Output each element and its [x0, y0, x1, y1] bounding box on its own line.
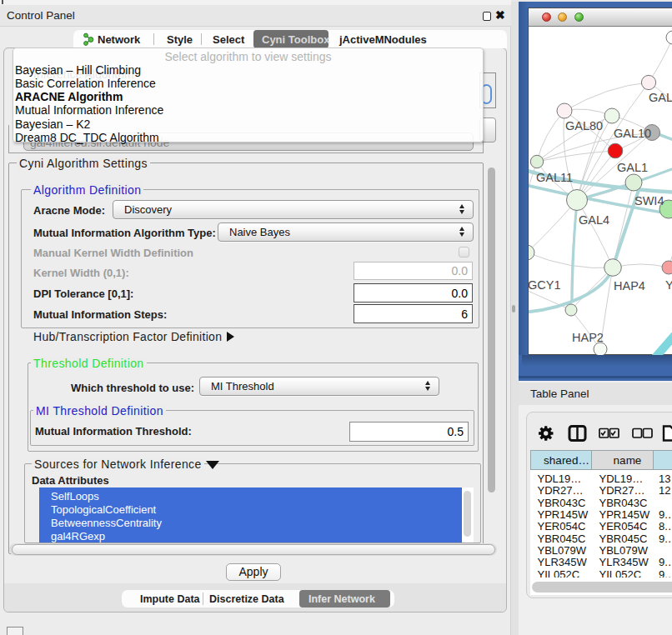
svg-text:Y: Y	[665, 278, 672, 292]
svg-text:GCY1: GCY1	[529, 278, 561, 292]
svg-text:GAL2: GAL2	[649, 91, 672, 104]
svg-text:GAL11: GAL11	[536, 171, 573, 184]
svg-text:HAP2: HAP2	[572, 331, 604, 344]
svg-text:SWI4: SWI4	[634, 194, 664, 208]
svg-text:GAL10: GAL10	[614, 127, 651, 140]
svg-text:GAL80: GAL80	[565, 119, 603, 132]
svg-text:GAL4: GAL4	[579, 213, 609, 227]
svg-text:GAL1: GAL1	[617, 161, 648, 174]
svg-text:HAP4: HAP4	[614, 279, 645, 292]
